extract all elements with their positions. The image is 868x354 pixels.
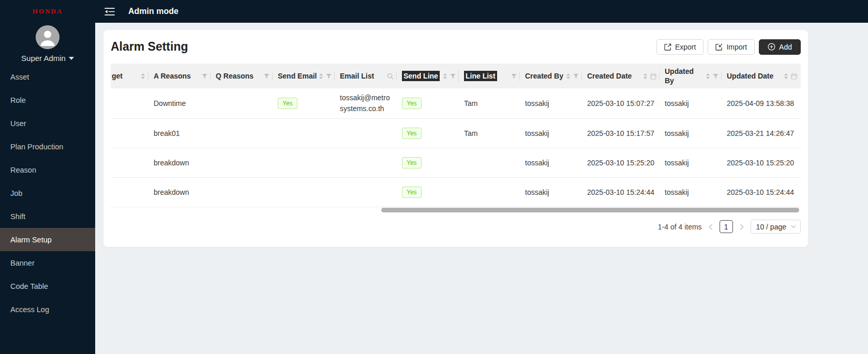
cell-updated_by: tossakij xyxy=(660,124,722,143)
sort-icon[interactable] xyxy=(706,73,710,80)
column-label-line_list: Line List xyxy=(464,71,497,81)
menu-fold-icon[interactable] xyxy=(104,7,115,16)
calendar-icon[interactable] xyxy=(791,73,797,80)
cell-q_reasons xyxy=(211,188,273,196)
column-header-updated_date[interactable]: Updated Date xyxy=(722,64,800,88)
sort-icon[interactable] xyxy=(443,73,447,80)
column-header-icons xyxy=(643,73,656,80)
column-header-target[interactable]: get xyxy=(111,64,148,88)
filter-icon[interactable] xyxy=(511,73,517,79)
sort-icon[interactable] xyxy=(319,73,323,80)
column-header-icons xyxy=(443,73,456,80)
cell-a_reasons: Downtime xyxy=(148,94,211,113)
sort-icon[interactable] xyxy=(141,73,145,80)
cell-email_list xyxy=(335,159,397,167)
table-header-row: getA ReasonsQ ReasonsSend EmailEmail Lis… xyxy=(111,64,801,88)
yes-badge: Yes xyxy=(278,98,297,109)
horizontal-scrollbar[interactable] xyxy=(111,208,801,212)
column-header-created_date[interactable]: Created Date xyxy=(582,64,660,88)
column-header-created_by[interactable]: Created By xyxy=(520,64,582,88)
sidebar-item-alarm-setup[interactable]: Alarm Setup xyxy=(0,228,95,251)
column-header-a_reasons[interactable]: A Reasons xyxy=(148,64,211,88)
sidebar-item-code-table[interactable]: Code Table xyxy=(0,274,95,298)
table-row: breakdownYestossakij2025-03-10 15:25:20t… xyxy=(111,148,801,178)
sidebar-item-job[interactable]: Job xyxy=(0,181,95,205)
plus-circle-icon xyxy=(768,43,775,51)
sort-icon[interactable] xyxy=(784,73,788,80)
column-header-send_line[interactable]: Send Line xyxy=(397,64,459,88)
cell-updated_by: tossakij xyxy=(660,183,722,202)
sidebar-item-reason[interactable]: Reason xyxy=(0,158,95,181)
cell-created_by: tossakij xyxy=(520,124,582,143)
column-header-icons xyxy=(202,73,207,79)
cell-send_email xyxy=(273,188,335,196)
import-button[interactable]: Import xyxy=(708,39,755,55)
action-buttons: Export Import xyxy=(656,39,801,55)
sort-icon[interactable] xyxy=(643,73,648,80)
column-header-icons xyxy=(511,73,517,79)
yes-badge: Yes xyxy=(402,98,422,109)
sidebar-item-shift[interactable]: Shift xyxy=(0,205,95,228)
current-page[interactable]: 1 xyxy=(720,220,733,233)
sidebar-item-user[interactable]: User xyxy=(0,112,95,135)
cell-email_list xyxy=(335,129,397,137)
scrollbar-thumb[interactable] xyxy=(381,208,799,212)
filter-icon[interactable] xyxy=(450,73,456,79)
honda-logo: HONDA xyxy=(0,0,95,23)
add-button[interactable]: Add xyxy=(759,39,801,55)
column-label-created_by: Created By xyxy=(525,71,563,81)
column-header-icons xyxy=(319,73,332,80)
column-label-updated_by: Updated By xyxy=(665,67,697,85)
pagination-summary: 1-4 of 4 items xyxy=(658,223,702,231)
cell-send_line: Yes xyxy=(397,124,459,143)
column-header-icons xyxy=(141,73,145,80)
cell-updated_date: 2025-03-21 14:26:47 xyxy=(722,124,800,143)
cell-email_list: tossakij@metrosystems.co.th xyxy=(335,88,397,118)
sidebar-item-access-log[interactable]: Access Log xyxy=(0,298,95,321)
filter-icon[interactable] xyxy=(202,73,207,79)
filter-icon[interactable] xyxy=(326,73,332,79)
cell-q_reasons xyxy=(211,159,273,167)
cell-email_list xyxy=(335,188,397,196)
alarm-table: getA ReasonsQ ReasonsSend EmailEmail Lis… xyxy=(111,64,801,207)
page-size-select[interactable]: 10 / page xyxy=(751,220,801,234)
user-menu[interactable]: Super Admin xyxy=(21,54,74,63)
column-label-updated_date: Updated Date xyxy=(727,71,773,81)
filter-icon[interactable] xyxy=(264,73,270,79)
cell-created_by: tossakij xyxy=(520,94,582,113)
sidebar-item-asset[interactable]: Asset xyxy=(0,65,95,88)
search-icon[interactable] xyxy=(387,73,394,80)
cell-created_date: 2025-03-10 15:07:27 xyxy=(582,94,660,113)
column-label-target: get xyxy=(112,71,123,81)
export-icon xyxy=(664,43,671,51)
cell-q_reasons xyxy=(211,99,273,107)
column-header-updated_by[interactable]: Updated By xyxy=(660,64,722,88)
sidebar-item-plan-production[interactable]: Plan Production xyxy=(0,135,95,158)
column-header-icons xyxy=(784,73,797,80)
calendar-icon[interactable] xyxy=(650,73,656,80)
user-name: Super Admin xyxy=(21,54,66,63)
column-header-email_list[interactable]: Email List xyxy=(335,64,397,88)
sidebar-item-role[interactable]: Role xyxy=(0,88,95,112)
page-title: Alarm Setting xyxy=(111,40,188,54)
sidebar-item-banner[interactable]: Banner xyxy=(0,251,95,274)
export-button[interactable]: Export xyxy=(656,39,704,55)
cell-updated_date: 2025-03-10 15:25:20 xyxy=(722,153,800,173)
filter-icon[interactable] xyxy=(573,73,579,79)
prev-page-button[interactable] xyxy=(707,224,714,230)
column-label-send_email: Send Email xyxy=(278,71,317,81)
cell-created_by: tossakij xyxy=(520,153,582,173)
column-header-line_list[interactable]: Line List xyxy=(459,64,520,88)
chevron-right-icon xyxy=(740,224,744,230)
filter-icon[interactable] xyxy=(713,73,719,79)
column-header-q_reasons[interactable]: Q Reasons xyxy=(211,64,273,88)
import-label: Import xyxy=(726,43,747,51)
cell-send_line: Yes xyxy=(397,182,459,202)
cell-created_date: 2025-03-10 15:24:44 xyxy=(582,183,660,202)
avatar[interactable] xyxy=(36,25,59,49)
next-page-button[interactable] xyxy=(738,224,745,230)
cell-target xyxy=(111,99,148,107)
chevron-down-icon xyxy=(69,57,74,60)
column-header-send_email[interactable]: Send Email xyxy=(273,64,335,88)
sort-icon[interactable] xyxy=(566,73,571,80)
